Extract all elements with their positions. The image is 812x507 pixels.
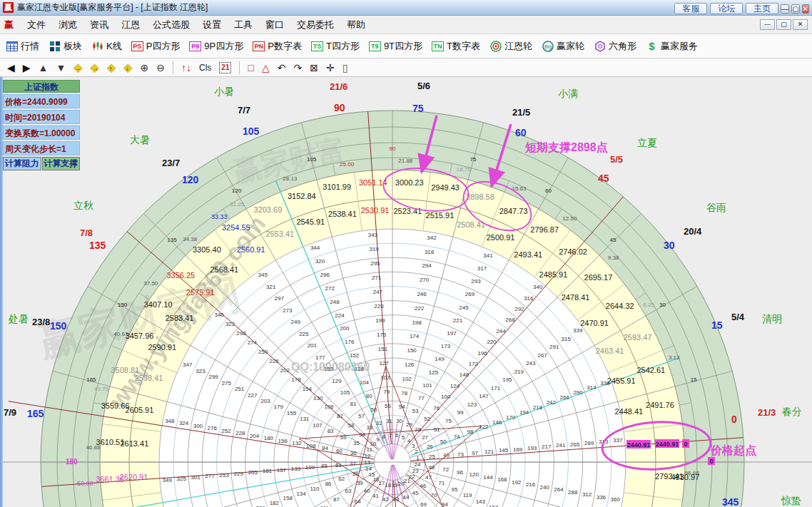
red-rect-button[interactable]: □: [248, 61, 253, 75]
calc-support-button[interactable]: 计算支撑: [42, 157, 81, 170]
menu-item-浏览[interactable]: 浏览: [52, 17, 83, 32]
price-label-inner: 2463.41: [596, 347, 624, 355]
diamond-down-button[interactable]: ◆↓: [123, 61, 132, 75]
menu-item-设置[interactable]: 设置: [196, 17, 228, 32]
rotate-cw-button[interactable]: ↷: [293, 61, 302, 75]
wheel-number: 228: [235, 430, 245, 436]
cls-button[interactable]: Cls: [199, 61, 211, 75]
calc-resistance-button[interactable]: 计算阻力: [3, 157, 41, 170]
wheel-number: 199: [375, 317, 385, 324]
wheel-number: 225: [299, 331, 309, 337]
wheel-number: 194: [519, 409, 529, 416]
toolbar-button-板块[interactable]: 板块: [49, 40, 82, 53]
menu-item-交易委托[interactable]: 交易委托: [290, 17, 340, 32]
wheel-number: 167: [489, 504, 499, 507]
toolbar-button-9T四方形[interactable]: T99T四方形: [369, 40, 422, 53]
center-cross-button[interactable]: ✛: [326, 61, 335, 75]
percent-ring-label: 43.75: [94, 386, 109, 392]
wheel-number: 73: [457, 451, 464, 458]
highlight-value: 2440.91: [656, 441, 679, 448]
wheel-icon: [489, 41, 502, 52]
symbol-header: 上证指数: [3, 80, 80, 93]
wheel-number: 217: [542, 444, 552, 450]
outer-blue-label: 165: [27, 408, 44, 419]
menu-item-资讯[interactable]: 资讯: [83, 17, 115, 32]
menu-item-工具[interactable]: 工具: [228, 17, 259, 32]
wheel-number: 31: [386, 418, 392, 424]
toolbar-button-行情[interactable]: 行情: [6, 40, 39, 53]
wheel-number: 299: [208, 374, 218, 380]
menu-item-文件[interactable]: 文件: [21, 17, 52, 32]
up-pointer-button[interactable]: ▲: [39, 61, 49, 75]
outer-date-label: 5/6: [417, 81, 430, 91]
mdi-minimize-button[interactable]: —: [760, 19, 775, 30]
mdi-restore-button[interactable]: ▢: [776, 19, 791, 30]
toolbar-button-P四方形[interactable]: PSP四方形: [131, 40, 181, 53]
mdi-close-button[interactable]: ✕: [793, 19, 808, 30]
angle-ring-label: 15: [691, 377, 697, 383]
prev-arrow-button[interactable]: ◀: [7, 61, 15, 75]
angle-ring-label: 105: [307, 156, 317, 163]
wheel-number: 23: [412, 468, 419, 474]
wheel-number: 265: [570, 441, 580, 448]
percent-ring-label: 31.25: [230, 201, 245, 208]
calendar-button[interactable]: 21: [219, 62, 231, 73]
percent-ring-label: 28.13: [283, 175, 298, 182]
wheel-number: 99: [457, 409, 464, 416]
zoom-out-button[interactable]: ⊖: [156, 61, 165, 75]
wheel-number: 270: [420, 277, 430, 283]
toolbar-button-赢家服务[interactable]: $赢家服务: [646, 40, 698, 53]
titlebar-button-forum[interactable]: 论坛: [710, 3, 743, 14]
wheel-number: 111: [320, 505, 330, 507]
next-arrow-button[interactable]: ▶: [23, 61, 31, 75]
red-triangle-button[interactable]: △: [262, 61, 270, 75]
menu-item-帮助[interactable]: 帮助: [340, 17, 372, 32]
diamond-left-button[interactable]: ◆←: [73, 61, 82, 75]
boxed-x-button[interactable]: ⊠: [310, 61, 318, 75]
wheel-number: 48: [428, 464, 435, 471]
close-button[interactable]: ✕: [802, 4, 809, 14]
diamond-right-button[interactable]: ◆→: [91, 61, 99, 75]
rotate-ccw-button[interactable]: ↶: [278, 61, 286, 75]
wheel-number: 110: [310, 486, 320, 492]
percent-ring-label: 25.00: [340, 161, 355, 168]
price-label-outer: 3610.51: [96, 438, 125, 446]
wheel-number: 134: [296, 491, 306, 497]
toolbar-button-P数字表[interactable]: PNP数字表: [253, 40, 302, 53]
wheel-number: 203: [260, 398, 270, 404]
wheel-number: 322: [225, 321, 235, 327]
wheel-number: 109: [305, 464, 315, 471]
wheel-number: 250: [258, 349, 268, 355]
price-label-inner: 2560.91: [237, 245, 265, 254]
titlebar-button-home[interactable]: 主页: [746, 3, 778, 14]
menu-item-窗口[interactable]: 窗口: [259, 17, 290, 32]
toolbar-button-六角形[interactable]: 六角形: [594, 40, 636, 53]
wheel-number: 32: [375, 420, 382, 426]
outer-blue-label: 75: [412, 103, 424, 114]
toolbar-button-T四方形[interactable]: TST四方形: [311, 40, 360, 53]
wheel-number: 79: [383, 389, 390, 395]
wheel-number: 252: [221, 428, 231, 434]
stamp-button[interactable]: ▯: [342, 61, 348, 75]
wheel-number: 173: [441, 343, 451, 349]
t-updown-button[interactable]: ↑↓: [181, 61, 191, 75]
price-label-inner: 2523.41: [393, 207, 422, 215]
toolbar-button-K线[interactable]: K线: [91, 40, 122, 53]
titlebar-button-service[interactable]: 客服: [674, 3, 707, 14]
toolbar-button-赢家轮[interactable]: Big赢家轮: [542, 40, 584, 53]
zoom-in-button[interactable]: ⊕: [141, 61, 149, 75]
menu-items: 文件浏览资讯江恩公式选股设置工具窗口交易委托帮助: [21, 18, 372, 31]
minimize-button[interactable]: —: [781, 4, 789, 14]
toolbar-button-T数字表[interactable]: TNT数字表: [432, 40, 480, 53]
menu-item-江恩[interactable]: 江恩: [115, 17, 146, 32]
down-pointer-button[interactable]: ▼: [56, 61, 66, 75]
wheel-number: 169: [513, 446, 523, 453]
maximize-button[interactable]: ▢: [791, 4, 799, 14]
menu-item-公式选股[interactable]: 公式选股: [146, 17, 196, 32]
diamond-up-button[interactable]: ◆↑: [107, 61, 116, 75]
wheel-number: 182: [270, 500, 280, 506]
toolbar-button-9P四方形[interactable]: P99P四方形: [189, 40, 243, 53]
toolbar-button-江恩轮[interactable]: 江恩轮: [489, 40, 532, 53]
wheel-number: 201: [308, 342, 318, 349]
wheel-number: 37: [350, 461, 356, 467]
